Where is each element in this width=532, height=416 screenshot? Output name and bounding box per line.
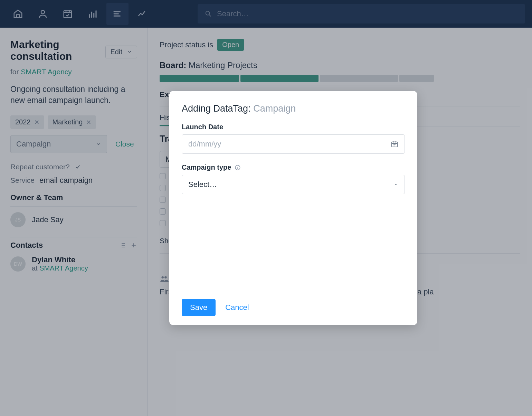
campaign-type-value: Select… bbox=[188, 180, 217, 189]
launch-date-placeholder: dd/mm/yy bbox=[188, 140, 221, 149]
datatag-modal: Adding DataTag: Campaign Launch Date dd/… bbox=[169, 91, 417, 325]
save-button[interactable]: Save bbox=[182, 299, 216, 316]
info-icon[interactable] bbox=[235, 164, 241, 171]
calendar-icon[interactable] bbox=[391, 140, 398, 148]
launch-date-label: Launch Date bbox=[182, 123, 405, 131]
modal-title: Adding DataTag: Campaign bbox=[182, 103, 405, 114]
caret-down-icon bbox=[393, 182, 398, 187]
campaign-type-label: Campaign type bbox=[182, 163, 405, 171]
launch-date-input[interactable]: dd/mm/yy bbox=[182, 134, 405, 154]
campaign-type-select[interactable]: Select… bbox=[182, 175, 405, 194]
cancel-button[interactable]: Cancel bbox=[225, 303, 249, 312]
